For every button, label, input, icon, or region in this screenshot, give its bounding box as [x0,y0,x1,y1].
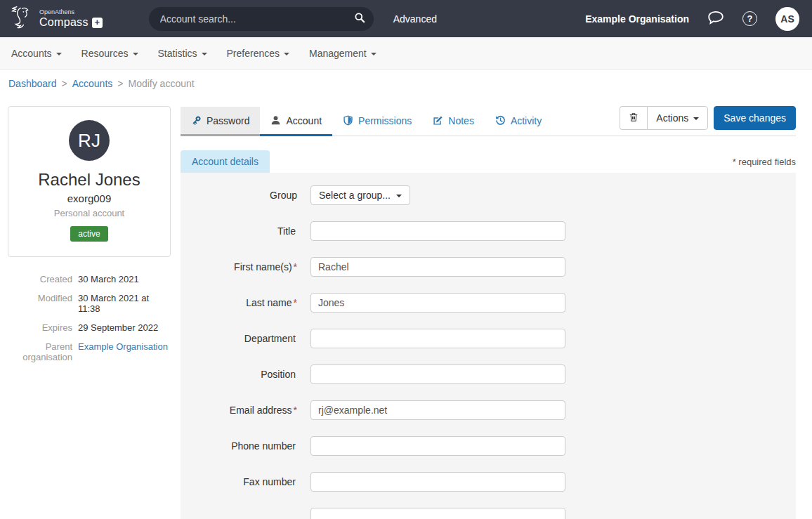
first-name-label: First name(s)* [181,261,310,272]
select-group-label: Select a group... [319,190,391,201]
group-field-row: Group Select a group... [181,185,796,205]
department-input[interactable] [310,329,565,348]
phone-label: Phone number [181,440,310,452]
main-nav: Accounts Resources Statistics Preference… [0,37,812,70]
account-search-input[interactable] [160,13,354,25]
breadcrumb-separator: > [62,78,67,89]
key-icon [191,115,202,126]
nav-management[interactable]: Management [299,37,386,69]
position-field-row: Position [181,364,796,384]
status-badge: active [70,226,107,242]
brand-openathens-label: OpenAthens [39,9,103,15]
search-button[interactable] [354,12,365,25]
breadcrumb-accounts[interactable]: Accounts [72,78,113,89]
email-field-row: Email address* [181,400,796,420]
profile-card: RJ Rachel Jones exorg009 Personal accoun… [8,106,171,257]
tab-password-label: Password [207,115,249,126]
meta-created-value: 30 March 2021 [78,274,139,284]
tab-password[interactable]: Password [181,107,260,136]
tab-notes[interactable]: Notes [422,107,485,136]
email-input[interactable] [310,400,565,420]
help-button[interactable]: ? [742,11,757,26]
account-details-tab[interactable]: Account details [181,150,270,173]
save-changes-button[interactable]: Save changes [714,106,796,130]
title-field-row: Title [181,221,796,241]
nav-statistics[interactable]: Statistics [148,37,217,69]
account-search-box [149,7,374,31]
meta-expires: Expires 29 September 2022 [8,322,171,333]
nav-accounts[interactable]: Accounts [1,37,72,69]
phone-field-row: Phone number [181,436,796,456]
trash-icon [629,112,639,124]
user-avatar[interactable]: AS [775,7,799,31]
chevron-down-icon [371,53,376,55]
toolbar: Actions Save changes [620,106,796,136]
account-tabs: Password Account Permiss [181,106,796,136]
edit-note-icon [433,115,443,126]
tab-notes-label: Notes [448,115,474,126]
chevron-down-icon [693,117,699,120]
delete-account-button[interactable] [620,106,647,130]
meta-parent-organisation-label: Parent organisation [8,341,78,362]
profile-avatar: RJ [69,120,110,161]
advanced-search-link[interactable]: Advanced [393,13,437,25]
required-star: * [294,297,297,308]
user-icon [270,115,281,126]
tab-activity[interactable]: Activity [485,107,552,136]
account-detail-column: Password Account Permiss [181,106,796,519]
account-summary-column: RJ Rachel Jones exorg009 Personal accoun… [8,106,171,371]
meta-modified-label: Modified [8,293,78,314]
last-name-label: Last name* [181,297,310,308]
tab-permissions-label: Permissions [358,115,412,126]
panel-header: Account details * required fields [181,150,796,173]
actions-dropdown-button[interactable]: Actions [647,106,708,130]
department-field-row: Department [181,329,796,348]
chevron-down-icon [202,53,207,55]
position-input[interactable] [310,364,565,384]
position-label: Position [181,369,310,380]
parent-organisation-link[interactable]: Example Organisation [78,341,168,362]
last-name-input[interactable] [310,293,565,313]
chevron-down-icon [396,195,402,197]
breadcrumb-separator: > [117,78,123,89]
tab-activity-label: Activity [511,115,542,126]
profile-username: exorg009 [15,192,163,204]
meta-expires-label: Expires [8,322,78,333]
nav-resources[interactable]: Resources [72,37,148,69]
last-name-field-row: Last name* [181,293,796,313]
plus-badge-icon: + [92,18,103,28]
first-name-field-row: First name(s)* [181,257,796,277]
select-group-dropdown[interactable]: Select a group... [310,185,410,205]
account-meta: Created 30 March 2021 Modified 30 March … [8,274,171,362]
profile-name: Rachel Jones [15,170,163,190]
main-content: RJ Rachel Jones exorg009 Personal accoun… [0,96,812,519]
title-input[interactable] [310,221,565,241]
account-details-form: Group Select a group... Title First name… [181,173,796,519]
meta-modified-value: 30 March 2021 at 11:38 [78,293,171,314]
fax-input[interactable] [310,472,565,492]
nav-preferences[interactable]: Preferences [217,37,299,69]
first-name-input[interactable] [310,257,565,277]
messages-button[interactable] [707,10,724,27]
nav-management-label: Management [309,48,367,59]
meta-created: Created 30 March 2021 [8,274,171,284]
phone-input[interactable] [310,436,565,456]
openathens-compass-logo[interactable]: OpenAthens Compass + [8,4,103,34]
fax-label: Fax number [181,476,310,487]
actions-button-group: Actions [620,106,708,130]
meta-parent-organisation: Parent organisation Example Organisation [8,341,171,362]
profile-account-type: Personal account [15,208,163,218]
tab-account[interactable]: Account [260,107,332,136]
meta-modified: Modified 30 March 2021 at 11:38 [8,293,171,314]
nav-resources-label: Resources [81,48,129,59]
brand-compass-label: Compass [39,17,89,28]
fax-field-row: Fax number [181,472,796,492]
breadcrumb-current: Modify account [128,78,194,89]
shield-icon [343,115,353,126]
actions-label: Actions [656,112,688,124]
breadcrumb-dashboard[interactable]: Dashboard [8,78,57,89]
clipped-field-input[interactable] [310,508,565,519]
nav-accounts-label: Accounts [11,48,52,59]
tab-permissions[interactable]: Permissions [332,107,422,136]
chevron-down-icon [133,53,138,55]
